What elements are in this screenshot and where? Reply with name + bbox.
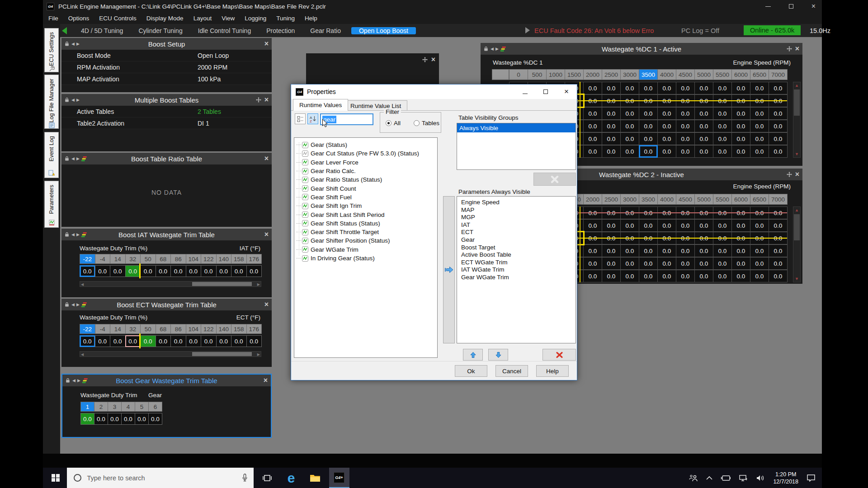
table-cell[interactable]: 0.0: [750, 82, 769, 94]
help-button[interactable]: Help: [536, 365, 569, 377]
column-header[interactable]: 3000: [620, 69, 639, 80]
column-header[interactable]: 6: [148, 402, 162, 412]
table-cell[interactable]: 0.0: [731, 132, 750, 145]
table-cell[interactable]: 0.0: [639, 107, 658, 120]
group-item-selected[interactable]: Always Visible: [457, 123, 576, 132]
sidebar-tab-ecu-settings[interactable]: ECU Settings: [44, 28, 59, 72]
table-cell[interactable]: 0.0: [602, 145, 621, 158]
taskbar-app-g4[interactable]: G4+: [329, 468, 349, 488]
move-icon[interactable]: [787, 172, 792, 177]
parameter-item[interactable]: IAT: [461, 221, 576, 229]
column-header[interactable]: 68: [156, 254, 171, 264]
column-header[interactable]: 5500: [713, 194, 732, 205]
table-cell[interactable]: 0.0: [583, 145, 602, 158]
notification-icon[interactable]: [807, 474, 816, 482]
column-header[interactable]: 1500: [565, 69, 584, 80]
sidebar-tab-log-file-manager[interactable]: Log File Manager: [44, 75, 59, 129]
tree-item[interactable]: Gear WGate Trim: [294, 245, 437, 254]
filter-radio-all[interactable]: All: [386, 120, 401, 127]
table-cell[interactable]: 0.0: [620, 107, 639, 120]
table-visibility-groups-list[interactable]: Always Visible: [457, 123, 576, 170]
column-header[interactable]: 104: [186, 254, 202, 264]
table-cell[interactable]: 0.0: [216, 265, 232, 277]
table-cell[interactable]: 0.0: [694, 257, 713, 270]
runtime-values-tree[interactable]: Gear (Status)Gear Cut Status (Pre FW 5.3…: [294, 137, 438, 358]
table-cell[interactable]: 0.0: [216, 335, 232, 347]
column-header[interactable]: 176: [246, 254, 262, 264]
menu-file[interactable]: File: [43, 15, 63, 22]
parameter-item[interactable]: ECT: [461, 229, 576, 236]
table-cell[interactable]: 0.0: [583, 120, 602, 132]
tray-expand-icon[interactable]: [706, 476, 712, 480]
table-cell[interactable]: 0.0: [676, 244, 695, 257]
table-cell[interactable]: 0.0: [201, 335, 217, 347]
table-cell[interactable]: 0.0: [676, 82, 695, 94]
table-cell[interactable]: 0.0: [246, 265, 262, 277]
column-header[interactable]: 4000: [657, 194, 676, 205]
parameter-item[interactable]: MGP: [461, 214, 576, 221]
column-header[interactable]: 140: [216, 254, 232, 264]
parameter-item[interactable]: Boost Target: [461, 244, 576, 252]
column-header[interactable]: 50: [140, 324, 156, 334]
table-cell[interactable]: 0.0: [620, 132, 639, 145]
dialog-title-bar[interactable]: G4 Properties ×: [291, 84, 577, 99]
table-cell[interactable]: 0.0: [750, 244, 769, 257]
lock-icon[interactable]: [65, 378, 71, 383]
vertical-scrollbar[interactable]: ▲▼: [793, 206, 801, 282]
cancel-button[interactable]: Cancel: [495, 365, 528, 377]
table-cell[interactable]: 0.0: [750, 270, 769, 282]
column-header[interactable]: 86: [170, 324, 186, 334]
filter-radio-tables[interactable]: Tables: [414, 120, 439, 127]
table-cell[interactable]: 0.0: [140, 335, 156, 347]
table-cell[interactable]: 0.0: [80, 265, 95, 277]
column-header[interactable]: 104: [186, 324, 202, 334]
lock-icon[interactable]: [64, 156, 70, 161]
table-cell[interactable]: 0.0: [731, 257, 750, 270]
tree-item[interactable]: Gear Shift Ign Trim: [294, 202, 437, 210]
column-header[interactable]: 5000: [694, 194, 713, 205]
table-cell[interactable]: 0.0: [602, 219, 621, 232]
table-cell[interactable]: 0.0: [620, 219, 639, 232]
setting-row[interactable]: Active Tables2 Tables: [61, 106, 272, 117]
column-header[interactable]: 5500: [713, 69, 732, 80]
lock-icon[interactable]: [64, 302, 70, 307]
close-icon[interactable]: ×: [795, 46, 799, 52]
taskbar-search[interactable]: Type here to search: [67, 468, 254, 488]
parameter-item[interactable]: Gear: [461, 236, 576, 244]
menu-help[interactable]: Help: [300, 15, 322, 22]
table-cell[interactable]: 0.0: [676, 257, 695, 270]
next-icon[interactable]: ▶: [76, 98, 80, 102]
lock-icon[interactable]: [64, 41, 70, 47]
network-icon[interactable]: [739, 474, 748, 482]
table-cell[interactable]: 0.0: [620, 257, 639, 270]
parameter-item[interactable]: Active Boost Table: [461, 251, 576, 259]
table-cell[interactable]: 0.0: [750, 257, 769, 270]
next-icon[interactable]: ▶: [76, 156, 80, 161]
menu-layout[interactable]: Layout: [189, 15, 217, 22]
table-cell[interactable]: 0.0: [110, 335, 126, 347]
table-cell[interactable]: 0.0: [657, 120, 676, 132]
table-cell[interactable]: 0.0: [657, 145, 676, 158]
table-cell[interactable]: 0.0: [583, 107, 602, 120]
table-cell[interactable]: 0.0: [713, 244, 732, 257]
column-header[interactable]: 500: [528, 69, 547, 80]
table-cell[interactable]: 0.0: [156, 265, 171, 277]
horizontal-scrollbar[interactable]: ◀▶: [80, 281, 261, 287]
table-cell[interactable]: 0.0: [769, 257, 788, 270]
parameter-item[interactable]: MAP: [461, 206, 576, 214]
tree-item[interactable]: Gear Shift Fuel: [294, 193, 437, 202]
tree-item[interactable]: Gear Lever Force: [294, 158, 437, 167]
table-cell[interactable]: 0.0: [694, 107, 713, 120]
table-cell[interactable]: 0.0: [676, 107, 695, 120]
column-header[interactable]: 4500: [676, 69, 695, 80]
table-cell[interactable]: 0.0: [95, 335, 111, 347]
column-header[interactable]: 6000: [731, 69, 750, 80]
sidebar-tab-event-log[interactable]: Event Log: [44, 132, 59, 178]
table-cell[interactable]: 0.0: [170, 335, 186, 347]
column-header[interactable]: 86: [170, 254, 186, 264]
column-header[interactable]: 50: [140, 254, 156, 264]
table-cell[interactable]: 0.0: [95, 265, 111, 277]
table-cell[interactable]: 0.0: [170, 265, 186, 277]
tab-cylinder-tuning[interactable]: Cylinder Tuning: [131, 27, 190, 34]
table-cell[interactable]: 0.0: [231, 265, 247, 277]
